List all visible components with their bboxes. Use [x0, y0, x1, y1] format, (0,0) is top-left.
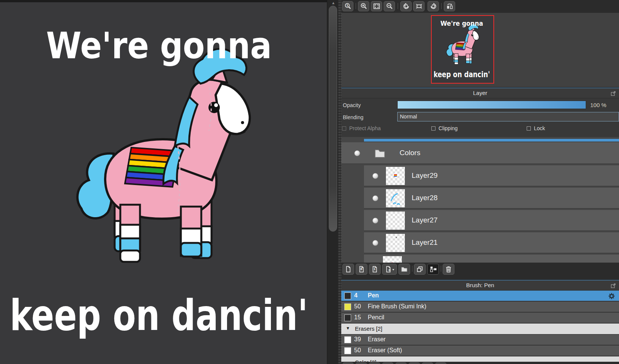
brush-row-eraser[interactable]: 39 Eraser: [341, 334, 619, 345]
brush-size: 50: [354, 303, 365, 310]
folder-name: Colors: [400, 149, 420, 157]
brush-name: Eraser: [368, 336, 386, 343]
blending-select[interactable]: Normal: [397, 112, 619, 121]
toolbar-separator: [441, 3, 442, 9]
group-collapse-triangle-icon[interactable]: ▼: [346, 326, 350, 330]
brush-panel-title: Brush: Pen: [466, 282, 494, 288]
svg-text:+: +: [387, 268, 391, 272]
navigator-thumbnail[interactable]: [431, 15, 494, 84]
toolbar-separator: [441, 266, 441, 272]
zoom-in-button[interactable]: [358, 1, 369, 11]
brush-size: 39: [354, 336, 365, 343]
brush-swatch: [344, 314, 351, 321]
scrollbar-thumb[interactable]: [329, 6, 337, 232]
brush-toolbar-partial: [341, 362, 619, 364]
group-name: Erasers [2]: [355, 325, 383, 332]
opacity-label: Opacity: [343, 102, 361, 108]
svg-text:1: 1: [373, 268, 376, 271]
protect-alpha-label: Protect Alpha: [349, 125, 381, 131]
folder-icon: [372, 147, 388, 159]
brush-size: 15: [354, 314, 365, 321]
clipping-checkbox[interactable]: [431, 126, 435, 131]
toolbar-separator: [398, 3, 398, 9]
duplicate-layer-button[interactable]: [414, 264, 426, 275]
layer-panel-title: Layer: [473, 90, 487, 96]
opacity-value: 100 %: [590, 102, 607, 108]
svg-text:8: 8: [360, 268, 362, 271]
layer-list: Colors Layer29 Layer28 Layer27: [341, 137, 619, 263]
selected-layer-sliver: [364, 139, 619, 142]
brush-size: 50: [354, 347, 365, 354]
layer-thumbnail: [386, 167, 405, 185]
layer-row[interactable]: Layer21: [364, 232, 619, 254]
opacity-slider[interactable]: [397, 101, 586, 109]
brush-swatch: [344, 347, 351, 354]
fit-to-window-button[interactable]: [371, 1, 382, 11]
group-name: Color [3]: [355, 359, 376, 362]
layer-row-partial[interactable]: [364, 255, 619, 263]
delete-layer-button[interactable]: [443, 264, 454, 275]
blending-label: Blending: [343, 114, 364, 120]
canvas-top-edge: [0, 0, 327, 2]
scrollbar-up-arrow-icon[interactable]: ▲: [330, 1, 336, 5]
brush-row-eraser-soft[interactable]: 50 Eraser (Soft): [341, 345, 619, 356]
layer-row[interactable]: Layer28: [364, 188, 619, 209]
app-window: ▲ Layer Opacity 100 % Blending Normal Pr…: [0, 0, 619, 364]
toolbar-separator: [412, 266, 412, 272]
merge-down-button[interactable]: [427, 264, 439, 275]
canvas-area[interactable]: [0, 0, 327, 364]
lock-checkbox[interactable]: [527, 126, 531, 131]
toolbar-separator: [356, 3, 356, 9]
layer-folder-row[interactable]: Colors: [341, 142, 619, 164]
layer-name: Layer27: [412, 216, 438, 224]
layer-thumbnail: [386, 234, 405, 252]
canvas-vertical-scrollbar[interactable]: ▲: [327, 0, 338, 364]
zoom-actual-size-button[interactable]: [342, 1, 353, 11]
brush-swatch: [344, 336, 351, 343]
visibility-eye-icon[interactable]: [372, 173, 378, 179]
brush-row-fine-brush[interactable]: 50 Fine Brush (Sumi Ink): [341, 302, 619, 312]
brush-name: Fine Brush (Sumi Ink): [368, 303, 426, 310]
visibility-eye-icon[interactable]: [372, 240, 378, 246]
navigator-thumbnail-art: [432, 16, 493, 83]
brush-group-erasers[interactable]: ▼ Erasers [2]: [341, 324, 619, 334]
detach-panel-icon[interactable]: [611, 283, 616, 288]
add-1bit-layer-button[interactable]: 1: [369, 264, 381, 275]
layer-thumbnail: [386, 189, 405, 207]
visibility-eye-icon[interactable]: [354, 150, 360, 156]
rotate-ccw-button[interactable]: [400, 1, 412, 11]
brush-panel-header[interactable]: Brush: Pen: [341, 280, 619, 290]
layer-thumbnail: [386, 212, 405, 230]
brush-size: 4: [354, 292, 365, 299]
brush-name: Eraser (Soft): [368, 347, 402, 354]
layer-thumbnail: [383, 256, 402, 263]
protect-alpha-checkbox[interactable]: [342, 126, 346, 131]
layer-row[interactable]: Layer29: [364, 165, 619, 187]
brush-name: Pencil: [368, 314, 384, 321]
rotate-cw-button[interactable]: [428, 1, 439, 11]
layer-panel-header[interactable]: Layer: [341, 88, 619, 98]
brush-row-pen[interactable]: 4 Pen: [341, 291, 619, 301]
visibility-eye-icon[interactable]: [372, 195, 378, 201]
brush-settings-gear-icon[interactable]: [608, 292, 615, 300]
add-layer-menu-button[interactable]: +: [382, 264, 397, 275]
reset-view-button[interactable]: [413, 1, 425, 11]
flip-horizontal-button[interactable]: [444, 1, 455, 11]
zoom-out-button[interactable]: [384, 1, 395, 11]
add-folder-button[interactable]: [398, 264, 410, 275]
lock-label: Lock: [534, 125, 545, 131]
brush-swatch: [344, 303, 351, 310]
layer-row[interactable]: Layer27: [364, 210, 619, 231]
add-layer-button[interactable]: [342, 264, 354, 275]
brush-swatch: [344, 292, 351, 299]
brush-group-partial[interactable]: Color [3]: [341, 356, 619, 362]
clipping-label: Clipping: [439, 125, 458, 131]
panel-dock-handle[interactable]: [338, 0, 341, 364]
brush-row-pencil[interactable]: 15 Pencil: [341, 313, 619, 323]
layer-name: Layer29: [412, 171, 438, 180]
detach-panel-icon[interactable]: [611, 91, 616, 96]
canvas-artwork: [0, 2, 326, 363]
add-8bit-layer-button[interactable]: 8: [356, 264, 367, 275]
visibility-eye-icon[interactable]: [372, 218, 378, 224]
layer-name: Layer28: [412, 194, 438, 202]
